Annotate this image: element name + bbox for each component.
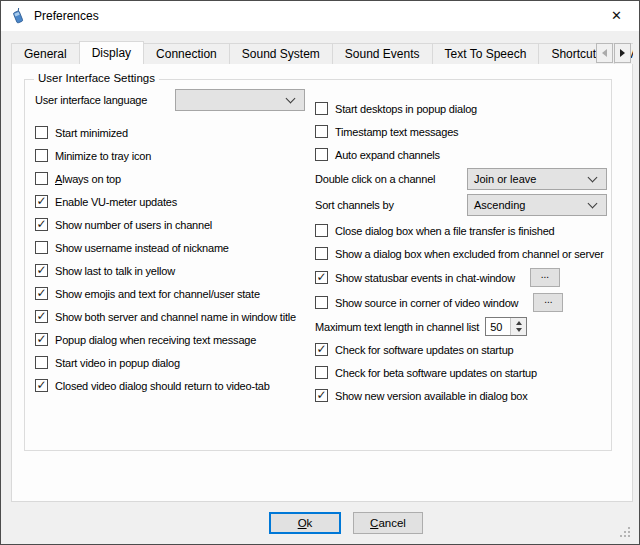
- window-title: Preferences: [34, 9, 99, 23]
- tab[interactable]: Display: [79, 41, 144, 64]
- app-icon: [10, 8, 26, 24]
- browse-button[interactable]: ...: [530, 268, 560, 287]
- tab[interactable]: Connection: [143, 43, 230, 64]
- language-select[interactable]: [175, 89, 305, 111]
- combo-value: Ascending: [474, 199, 525, 211]
- spin-up-icon[interactable]: [516, 321, 522, 325]
- checkbox[interactable]: [35, 264, 48, 277]
- checkbox-row[interactable]: Check for software updates on startup: [315, 338, 609, 361]
- checkbox[interactable]: [315, 102, 328, 115]
- browse-row-list: Show statusbar events in chat-window ...…: [315, 265, 609, 315]
- checkbox[interactable]: [35, 218, 48, 231]
- browse-button[interactable]: ...: [533, 293, 563, 312]
- checkbox-label: Start video in popup dialog: [55, 357, 180, 369]
- checkbox-row[interactable]: Show emojis and text for channel/user st…: [35, 282, 320, 305]
- checkbox-label: Closed video dialog should return to vid…: [55, 380, 270, 392]
- right-combo-list: Double click on a channel Join or leave …: [315, 166, 609, 218]
- checkbox-label: Show both server and channel name in win…: [55, 311, 296, 323]
- checkbox-row[interactable]: Start minimized: [35, 121, 320, 144]
- checkbox[interactable]: [315, 296, 328, 309]
- tab-scroll-right-button[interactable]: [614, 43, 631, 63]
- checkbox-row[interactable]: Show username instead of nickname: [35, 236, 320, 259]
- resize-grip[interactable]: [618, 525, 632, 539]
- group-title: User Interface Settings: [34, 72, 159, 84]
- checkbox[interactable]: [315, 224, 328, 237]
- checkbox-row[interactable]: Show both server and channel name in win…: [35, 305, 320, 328]
- combo-select[interactable]: Ascending: [467, 194, 607, 216]
- checkbox-row[interactable]: Timestamp text messages: [315, 120, 609, 143]
- spin-down-icon[interactable]: [516, 328, 522, 332]
- tab-label: Sound Events: [345, 47, 420, 61]
- spin-value: 50: [486, 318, 510, 335]
- checkbox-row[interactable]: Enable VU-meter updates: [35, 190, 320, 213]
- combo-select[interactable]: Join or leave: [467, 168, 607, 190]
- checkbox-label: Show username instead of nickname: [55, 242, 229, 254]
- checkbox-label: Close dialog box when a file transfer is…: [335, 225, 555, 237]
- checkbox-row[interactable]: Popup dialog when receiving text message: [35, 328, 320, 351]
- checkbox-row[interactable]: Start desktops in popup dialog: [315, 97, 609, 120]
- ok-button-label: Ok: [298, 517, 313, 529]
- checkbox-label: Enable VU-meter updates: [55, 196, 177, 208]
- user-interface-settings-group: User Interface Settings User interface l…: [24, 79, 612, 451]
- checkbox[interactable]: [35, 356, 48, 369]
- checkbox-label: Show new version available in dialog box: [335, 390, 528, 402]
- checkbox-row[interactable]: Show source in corner of video window ..…: [315, 290, 609, 315]
- checkbox[interactable]: [35, 333, 48, 346]
- tab[interactable]: Sound Events: [332, 43, 433, 64]
- close-button[interactable]: ✕: [594, 1, 639, 30]
- checkbox-label: Show last to talk in yellow: [55, 265, 175, 277]
- checkbox-row[interactable]: Show statusbar events in chat-window ...: [315, 265, 609, 290]
- right-top-checkbox-list: Start desktops in popup dialog Timestamp…: [315, 97, 609, 166]
- right-bottom-checkbox-list: Check for software updates on startup Ch…: [315, 338, 609, 407]
- checkbox-row[interactable]: Show number of users in channel: [35, 213, 320, 236]
- language-label: User interface language: [35, 94, 175, 106]
- max-text-length-row: Maximum text length in channel list 50: [315, 315, 609, 338]
- checkbox-row[interactable]: Closed video dialog should return to vid…: [35, 374, 320, 397]
- checkbox-row[interactable]: Minimize to tray icon: [35, 144, 320, 167]
- ok-button[interactable]: Ok: [269, 512, 341, 534]
- combo-value: Join or leave: [474, 173, 536, 185]
- checkbox-row[interactable]: Check for beta software updates on start…: [315, 361, 609, 384]
- checkbox-row[interactable]: Show a dialog box when excluded from cha…: [315, 242, 609, 265]
- left-column: User interface language Start minimized …: [35, 86, 320, 397]
- combo-label: Sort channels by: [315, 199, 467, 211]
- cancel-button[interactable]: Cancel: [353, 512, 423, 534]
- left-checkbox-list: Start minimized Minimize to tray icon Al…: [35, 121, 320, 397]
- checkbox[interactable]: [35, 126, 48, 139]
- checkbox[interactable]: [35, 379, 48, 392]
- tab-label: Display: [92, 46, 131, 60]
- checkbox-row[interactable]: Auto expand channels: [315, 143, 609, 166]
- checkbox[interactable]: [35, 195, 48, 208]
- checkbox[interactable]: [35, 149, 48, 162]
- tab[interactable]: Sound System: [229, 43, 333, 64]
- checkbox-row[interactable]: Close dialog box when a file transfer is…: [315, 219, 609, 242]
- checkbox[interactable]: [315, 343, 328, 356]
- checkbox-row[interactable]: Start video in popup dialog: [35, 351, 320, 374]
- checkbox[interactable]: [315, 271, 328, 284]
- checkbox[interactable]: [315, 247, 328, 260]
- checkbox[interactable]: [315, 389, 328, 402]
- tab-label: Text To Speech: [445, 47, 527, 61]
- checkbox[interactable]: [35, 310, 48, 323]
- checkbox[interactable]: [35, 287, 48, 300]
- tab-scroll-left-button[interactable]: [596, 43, 613, 63]
- checkbox-row[interactable]: Show new version available in dialog box: [315, 384, 609, 407]
- checkbox[interactable]: [315, 125, 328, 138]
- checkbox[interactable]: [35, 172, 48, 185]
- preferences-dialog: Preferences ✕ General Display Connection…: [0, 0, 640, 545]
- checkbox[interactable]: [315, 148, 328, 161]
- checkbox[interactable]: [35, 241, 48, 254]
- checkbox-row[interactable]: Always on top: [35, 167, 320, 190]
- checkbox[interactable]: [315, 366, 328, 379]
- language-row: User interface language: [35, 86, 320, 113]
- max-text-length-spinner[interactable]: 50: [485, 317, 527, 336]
- combo-row: Sort channels by Ascending: [315, 192, 609, 218]
- tab[interactable]: Text To Speech: [432, 43, 540, 64]
- checkbox-label: Always on top: [55, 173, 121, 185]
- tab-scroll-right-icon: [620, 49, 625, 57]
- tab[interactable]: General: [11, 43, 80, 64]
- checkbox-label: Start desktops in popup dialog: [335, 103, 477, 115]
- checkbox-row[interactable]: Show last to talk in yellow: [35, 259, 320, 282]
- checkbox-label: Show source in corner of video window: [335, 297, 518, 309]
- tab-bar: General Display Connection Sound System …: [11, 41, 633, 64]
